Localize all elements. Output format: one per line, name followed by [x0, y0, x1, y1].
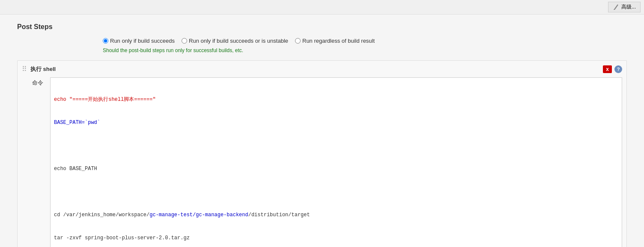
section-title: Post Steps	[17, 23, 627, 31]
radio-regardless-label[interactable]: Run regardless of build result	[302, 38, 375, 44]
hint-text: Should the post-build steps run only for…	[17, 47, 627, 53]
code-line-1: echo "=====开始执行shell脚本======"	[54, 96, 618, 103]
command-label: 命令	[22, 77, 43, 87]
advanced-top-label: 高级...	[621, 3, 636, 11]
radio-option-3: Run regardless of build result	[295, 38, 375, 44]
code-line-7: tar -zxvf spring-boot-plus-server-2.0.ta…	[54, 234, 618, 242]
pencil-icon	[613, 4, 620, 11]
radio-unstable-label[interactable]: Run only if build succeeds or is unstabl…	[189, 38, 288, 44]
code-cd: cd /var/jenkins_home/workspace/	[54, 212, 149, 218]
help-icon[interactable]: ?	[614, 65, 622, 73]
radio-regardless[interactable]	[295, 38, 301, 44]
shell-title: 执行 shell	[30, 65, 56, 73]
top-bar: 高级...	[0, 0, 644, 14]
shell-block: ⠿ 执行 shell x ? 命令 echo "=====开始执行shell脚本…	[17, 60, 627, 247]
radio-group: Run only if build succeeds Run only if b…	[17, 38, 627, 44]
code-line-6: cd /var/jenkins_home/workspace/gc-manage…	[54, 211, 618, 219]
advanced-top-button[interactable]: 高级...	[608, 2, 641, 12]
main-section: Post Steps Run only if build succeeds Ru…	[0, 14, 644, 247]
radio-option-1: Run only if build succeeds	[103, 38, 175, 44]
close-shell-button[interactable]: x	[603, 65, 612, 73]
radio-unstable[interactable]	[182, 38, 187, 44]
code-path-blue: gc-manage-test/gc-manage-backend	[149, 212, 248, 218]
command-row: 命令 echo "=====开始执行shell脚本======" BASE_PA…	[22, 77, 622, 247]
code-line-2: BASE_PATH=`pwd`	[54, 119, 618, 126]
code-path-end: /distribution/target	[248, 212, 310, 218]
radio-succeeds-label[interactable]: Run only if build succeeds	[110, 38, 175, 44]
code-textarea[interactable]: echo "=====开始执行shell脚本======" BASE_PATH=…	[50, 77, 622, 247]
code-line-4: echo BASE_PATH	[54, 165, 618, 173]
code-line-5	[54, 188, 618, 196]
radio-option-2: Run only if build succeeds or is unstabl…	[182, 38, 288, 44]
shell-header: ⠿ 执行 shell x ?	[22, 65, 622, 73]
radio-succeeds[interactable]	[103, 38, 108, 44]
shell-title-area: ⠿ 执行 shell	[22, 65, 56, 73]
page-wrapper: 高级... Post Steps Run only if build succe…	[0, 0, 644, 247]
shell-header-right: x ?	[603, 65, 622, 73]
code-line-3	[54, 142, 618, 150]
drag-handle-icon[interactable]: ⠿	[22, 65, 27, 73]
